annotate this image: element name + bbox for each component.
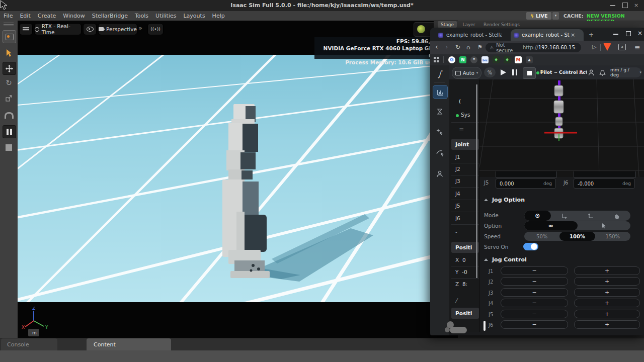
mode-joint-option[interactable]: ⊙ bbox=[524, 211, 551, 221]
camera-selector[interactable]: Perspective bbox=[98, 23, 137, 35]
jog-control-header[interactable]: Jog Control bbox=[492, 256, 527, 263]
bookmark-favicon[interactable]: ▲ bbox=[526, 56, 533, 63]
jog-minus-button-j3[interactable]: − bbox=[501, 288, 568, 297]
isaac-viewport[interactable]: RTX - Real-Time Perspective » ((•)) FPS:… bbox=[18, 21, 458, 338]
jog-plus-button-j3[interactable]: + bbox=[574, 288, 640, 297]
toolbar-more-icon[interactable]: » bbox=[138, 24, 142, 32]
bookmark-favicon[interactable]: biz bbox=[481, 56, 489, 63]
home-icon[interactable]: ⌂ bbox=[466, 44, 470, 51]
menu-edit[interactable]: Edit bbox=[16, 13, 34, 19]
live-sync-button[interactable]: ↯ LIVE bbox=[526, 12, 551, 20]
browser-maximize-icon[interactable] bbox=[626, 31, 631, 36]
rail-monitor-tab[interactable] bbox=[433, 85, 448, 99]
stop-button[interactable] bbox=[523, 67, 536, 79]
renderer-selector[interactable]: RTX - Real-Time bbox=[34, 23, 82, 35]
mode-tool-option[interactable] bbox=[578, 211, 604, 221]
menu-utilities[interactable]: Utilities bbox=[152, 13, 180, 19]
servo-toggle[interactable] bbox=[523, 243, 538, 250]
panel-scrollbar-track[interactable] bbox=[476, 84, 477, 278]
snap-tool-button[interactable] bbox=[3, 109, 15, 121]
rail-user-tab[interactable] bbox=[433, 167, 447, 180]
viewport-options-button[interactable] bbox=[19, 23, 33, 35]
percent-button[interactable]: % bbox=[484, 67, 496, 77]
pause-sim-button[interactable] bbox=[3, 125, 16, 138]
browser-tab-active[interactable]: example_robot - Stella × bbox=[511, 29, 584, 41]
mode-world-option[interactable] bbox=[551, 211, 578, 221]
play-icon[interactable] bbox=[501, 69, 506, 75]
tab-console[interactable]: Console bbox=[1, 338, 57, 351]
bell-icon[interactable] bbox=[599, 69, 606, 76]
browser-tab-background[interactable]: example_robot - Stellar De bbox=[435, 29, 507, 41]
forward-icon[interactable]: › bbox=[445, 43, 448, 51]
physics-button[interactable]: ((•)) bbox=[147, 23, 164, 35]
jog-minus-button-j2[interactable]: − bbox=[501, 277, 568, 286]
units-dropdown[interactable]: mm / g / deg ▾ bbox=[610, 67, 641, 77]
jog-plus-button-j5[interactable]: + bbox=[574, 310, 640, 318]
apps-grid-icon[interactable] bbox=[434, 57, 439, 62]
menu-window[interactable]: Window bbox=[59, 13, 88, 19]
rotate-tool-button[interactable]: ↻ bbox=[3, 77, 15, 89]
tab-layer[interactable]: Layer bbox=[460, 21, 478, 28]
send-icon[interactable]: ▷ bbox=[592, 44, 596, 50]
mode-freedrive-option[interactable] bbox=[604, 211, 630, 221]
readout-field[interactable]: 0.000 deg bbox=[496, 178, 556, 189]
position-section-header[interactable]: Positi bbox=[451, 242, 479, 253]
jog-minus-button-j6[interactable]: − bbox=[501, 320, 568, 329]
speed-50[interactable]: 50% bbox=[524, 232, 559, 241]
grip-icon[interactable] bbox=[4, 23, 14, 23]
rail-path-tab[interactable] bbox=[433, 146, 447, 159]
browser-menu-icon[interactable]: ≡ bbox=[634, 43, 640, 51]
tab-search-icon[interactable]: a bbox=[618, 44, 626, 50]
live-dropdown-icon[interactable]: ▾ bbox=[552, 12, 559, 20]
maximize-icon[interactable] bbox=[622, 3, 628, 8]
joint-section-header[interactable]: Joint bbox=[451, 139, 479, 150]
rail-program-tab[interactable] bbox=[433, 105, 447, 118]
bookmark-icon[interactable]: ⚑ bbox=[477, 44, 482, 50]
security-label[interactable]: Not secure bbox=[496, 42, 518, 53]
collapse-icon[interactable] bbox=[484, 258, 488, 261]
bookmark-favicon[interactable]: ♦ bbox=[493, 56, 500, 63]
scrollbar-thumb[interactable] bbox=[484, 321, 486, 331]
operator-icon[interactable] bbox=[588, 69, 595, 76]
bookmark-favicon[interactable]: M bbox=[515, 56, 522, 63]
new-tab-icon[interactable]: + bbox=[589, 31, 594, 38]
pause-icon[interactable] bbox=[512, 69, 517, 75]
bookmark-favicon[interactable]: N bbox=[459, 56, 466, 63]
browser-minimize-icon[interactable] bbox=[613, 34, 618, 35]
option-step[interactable] bbox=[578, 221, 631, 230]
brave-shield-icon[interactable] bbox=[603, 43, 611, 51]
jog-plus-button-j6[interactable]: + bbox=[574, 320, 640, 329]
jog-plus-button-j2[interactable]: + bbox=[574, 277, 640, 286]
bookmark-favicon[interactable]: ♦ bbox=[504, 56, 511, 63]
speed-100[interactable]: 100% bbox=[559, 232, 595, 241]
minimize-icon[interactable] bbox=[610, 5, 615, 6]
mode-dropdown[interactable]: Auto ▾ bbox=[452, 67, 481, 79]
menu-stellarbridge[interactable]: StellarBridge bbox=[89, 13, 131, 19]
back-icon[interactable]: ‹ bbox=[435, 43, 438, 51]
jog-option-header[interactable]: Jog Option bbox=[492, 197, 525, 203]
menu-file[interactable]: File bbox=[0, 13, 16, 19]
select-tool-button[interactable] bbox=[3, 47, 15, 59]
menu-help[interactable]: Help bbox=[209, 13, 228, 19]
option-continuous[interactable]: ∞ bbox=[524, 221, 578, 230]
visibility-button[interactable] bbox=[83, 23, 97, 35]
collapse-icon[interactable] bbox=[484, 199, 488, 201]
capture-tool-button[interactable] bbox=[3, 30, 16, 43]
tab-render-settings[interactable]: Render Settings bbox=[479, 21, 524, 28]
jog-minus-button-j5[interactable]: − bbox=[501, 310, 568, 318]
bookmark-favicon[interactable]: * bbox=[470, 56, 477, 63]
close-icon[interactable]: × bbox=[634, 2, 638, 9]
readout-field[interactable]: -0.000 deg bbox=[574, 178, 635, 189]
jog-plus-button-j1[interactable]: + bbox=[574, 266, 640, 275]
url-text[interactable]: http://192.168.60.15:3000 bbox=[523, 45, 577, 50]
menu-tools[interactable]: Tools bbox=[131, 13, 152, 19]
menu-create[interactable]: Create bbox=[34, 13, 60, 19]
browser-close-icon[interactable]: × bbox=[637, 30, 642, 37]
jog-plus-button-j4[interactable]: + bbox=[574, 299, 640, 307]
tab-close-icon[interactable]: × bbox=[571, 32, 575, 38]
menu-layouts[interactable]: Layouts bbox=[180, 13, 208, 19]
tab-content[interactable]: Content bbox=[87, 338, 171, 351]
scale-tool-button[interactable] bbox=[3, 92, 15, 104]
jog-minus-button-j1[interactable]: − bbox=[501, 266, 568, 275]
jog-minus-button-j4[interactable]: − bbox=[501, 299, 568, 307]
